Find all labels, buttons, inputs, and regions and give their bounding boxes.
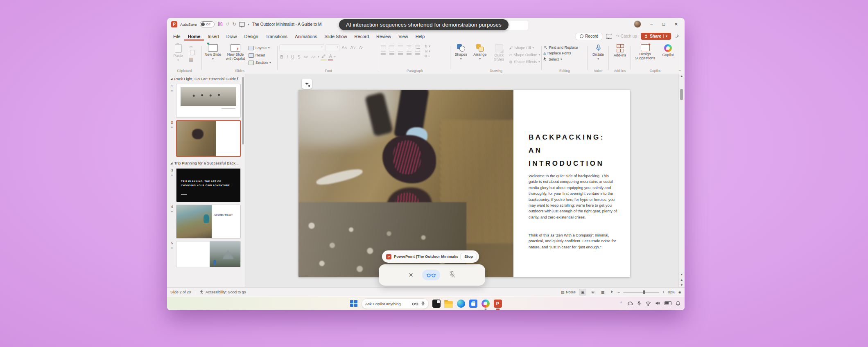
layout-button[interactable]: Layout▾ (249, 45, 270, 51)
tray-mic-icon[interactable] (637, 301, 641, 306)
increase-font-size-icon[interactable]: A˄ (341, 45, 348, 51)
designer-sparkle-button[interactable] (302, 79, 312, 89)
redo-icon[interactable]: ↻ (232, 22, 236, 27)
thumbnail-slide-3[interactable]: 3★ TRIP PLANNING: THE ART OF CHOOSING YO… (167, 167, 245, 203)
align-right-icon[interactable] (398, 52, 403, 55)
taskbar-app-file-explorer[interactable] (444, 299, 453, 309)
character-spacing-icon[interactable]: AV (303, 55, 309, 59)
account-avatar[interactable] (634, 20, 641, 28)
format-painter-icon[interactable] (189, 58, 193, 62)
stop-button[interactable]: Stop (460, 253, 477, 260)
taskbar-search[interactable]: Ask Copilot anything (362, 298, 429, 309)
tab-draw[interactable]: Draw (223, 32, 241, 41)
minimize-button[interactable]: – (650, 22, 653, 27)
cut-icon[interactable]: ✂ (189, 45, 192, 49)
slide-1-preview[interactable] (176, 84, 241, 118)
accessibility-checker[interactable]: Accessibility: Good to go (199, 290, 246, 294)
tab-help[interactable]: Help (412, 32, 429, 41)
quick-styles-button[interactable]: Quick Styles (490, 44, 508, 62)
battery-icon[interactable] (665, 301, 671, 305)
decrease-font-size-icon[interactable]: A˅ (349, 45, 357, 51)
bold-button[interactable]: B (279, 54, 285, 60)
scroll-up-icon[interactable]: ▲ (679, 74, 685, 77)
bullets-icon[interactable] (381, 45, 386, 49)
share-button[interactable]: ↥ Share ▾ (641, 33, 671, 40)
convert-smartart-icon[interactable]: ⧉ ▾ (425, 54, 431, 59)
slide-3-preview[interactable]: TRIP PLANNING: THE ART OF CHOOSING YOUR … (176, 168, 241, 202)
italic-button[interactable]: I (286, 54, 289, 60)
tab-record[interactable]: Record (351, 32, 373, 41)
presenter-coach-icon[interactable] (675, 34, 680, 39)
replace-fonts-button[interactable]: A̲ Replace Fonts (543, 50, 571, 56)
shapes-button[interactable]: Shapes ▾ (452, 44, 470, 61)
scrollbar-thumb[interactable] (680, 89, 683, 100)
normal-view-button[interactable]: ▣ (579, 289, 587, 295)
volume-icon[interactable] (655, 301, 660, 306)
collapse-ribbon-icon[interactable]: ⌄ (678, 68, 681, 72)
tab-insert[interactable]: Insert (204, 32, 223, 41)
autosave-toggle[interactable]: Off (200, 21, 215, 27)
copilot-vision-glasses-button[interactable] (422, 270, 440, 280)
start-button[interactable] (349, 299, 359, 309)
new-slide-button[interactable]: New Slide ▾ (203, 44, 222, 61)
record-button[interactable]: Record (576, 33, 602, 40)
line-spacing-icon[interactable] (415, 45, 420, 49)
change-case-icon[interactable]: Aa (310, 55, 316, 59)
slideshow-view-button[interactable]: ⏵ (609, 289, 615, 295)
tab-slide-show[interactable]: Slide Show (321, 32, 351, 41)
close-session-icon[interactable]: ✕ (409, 272, 414, 278)
find-and-replace-button[interactable]: Find and Replace (543, 45, 578, 50)
start-presentation-icon[interactable] (239, 22, 245, 27)
align-text-icon[interactable]: ⊞ ▾ (425, 49, 431, 53)
decrease-indent-icon[interactable] (398, 45, 403, 49)
section-header-1[interactable]: ◢ Pack Light, Go Far: Essential Guide f.… (167, 74, 245, 83)
select-button[interactable]: Select ▾ (543, 56, 562, 62)
slide-canvas[interactable]: BACKPACKING: AN INTRODUCTION Welcome to … (298, 90, 630, 277)
thumbnail-slide-5[interactable]: 5★ (167, 240, 245, 268)
underline-button[interactable]: U (290, 54, 296, 60)
font-name-combobox[interactable] (279, 44, 324, 51)
zoom-out-button[interactable]: – (618, 290, 620, 294)
thumbnail-slide-1[interactable]: 1★ (167, 83, 245, 119)
columns-icon[interactable] (415, 52, 420, 55)
mic-muted-button[interactable] (449, 271, 455, 279)
onedrive-cloud-icon[interactable] (627, 301, 633, 306)
taskbar-app-edge[interactable] (456, 299, 466, 309)
maximize-button[interactable]: ▢ (662, 22, 665, 26)
addins-button[interactable]: Add-ins (610, 44, 629, 57)
fit-slide-to-window-icon[interactable]: ◈ (678, 290, 681, 294)
tab-file[interactable]: File (170, 32, 184, 41)
numbering-icon[interactable] (389, 45, 394, 49)
paste-button[interactable]: Paste ▾ (169, 44, 188, 62)
thumbnail-scrollbar[interactable] (242, 77, 244, 144)
wifi-icon[interactable] (645, 301, 651, 306)
design-suggestions-button[interactable]: Design Suggestions (633, 44, 658, 61)
tab-transitions[interactable]: Transitions (262, 32, 291, 41)
font-size-combobox[interactable] (326, 44, 339, 51)
align-left-icon[interactable] (381, 52, 386, 55)
scroll-down-icon[interactable]: ▼ (679, 273, 685, 276)
justify-icon[interactable] (407, 52, 411, 55)
close-button[interactable]: ✕ (674, 22, 678, 27)
slide-2-preview[interactable] (176, 120, 241, 157)
zoom-level[interactable]: 82% (668, 290, 675, 294)
reset-button[interactable]: Reset (249, 52, 265, 58)
clear-formatting-icon[interactable]: A̷ (358, 45, 363, 51)
strikethrough-button[interactable]: S (296, 54, 301, 60)
hidden-icons-chevron[interactable]: ⌃ (619, 301, 623, 305)
catch-up-button[interactable]: ↷ Catch up (616, 34, 637, 38)
quick-access-customize-icon[interactable]: ▾ (248, 23, 249, 26)
new-slide-with-copilot-button[interactable]: New Slide with Copilot (224, 44, 247, 61)
copy-icon[interactable] (189, 51, 193, 56)
tab-view[interactable]: View (395, 32, 412, 41)
dictate-button[interactable]: Dictate ▾ (589, 44, 607, 61)
arrange-button[interactable]: Arrange ▾ (471, 44, 489, 61)
zoom-slider[interactable] (623, 292, 659, 293)
taskbar-app-store[interactable] (468, 299, 478, 309)
notes-button[interactable]: ▤ Notes (561, 290, 576, 294)
taskbar-app-desktop[interactable] (432, 299, 441, 309)
slide-4-preview[interactable]: CHOOSE WISELY (176, 205, 241, 239)
text-direction-icon[interactable]: ⇅ ▾ (425, 44, 431, 48)
undo-icon[interactable]: ↺ (226, 22, 229, 27)
shape-outline-button[interactable]: ▱Shape Outline▾ (509, 52, 540, 57)
